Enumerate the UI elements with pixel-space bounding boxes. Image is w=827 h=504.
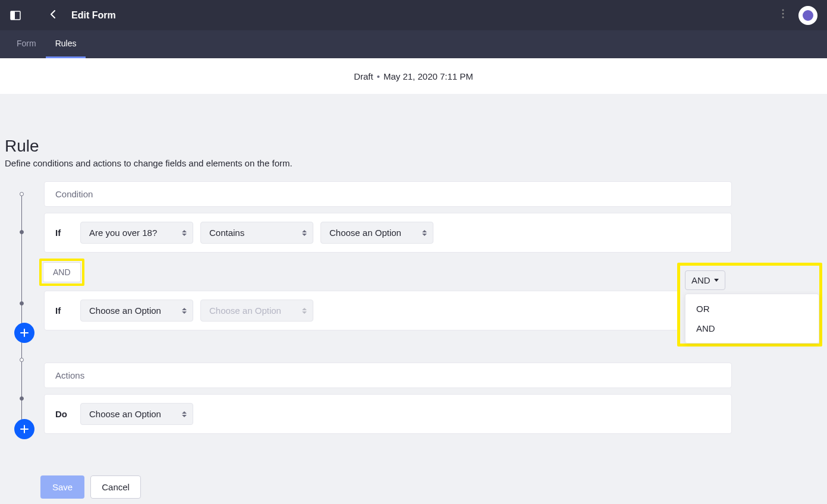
back-button[interactable] bbox=[45, 6, 62, 24]
joiner-dropdown-highlight: AND OR AND bbox=[677, 263, 822, 346]
timeline-dot bbox=[20, 358, 24, 362]
action1-type-value: Choose an Option bbox=[89, 409, 161, 419]
tabs-nav: Form Rules bbox=[0, 30, 827, 58]
tab-rules[interactable]: Rules bbox=[46, 30, 86, 58]
svg-point-5 bbox=[806, 12, 810, 15]
joiner-highlight: AND bbox=[39, 259, 84, 286]
actions-section-label: Actions bbox=[55, 370, 84, 380]
condition2-field-select[interactable]: Choose an Option bbox=[80, 300, 193, 322]
rule-heading: Rule bbox=[5, 137, 822, 156]
user-avatar[interactable] bbox=[798, 6, 817, 25]
sidebar-toggle-icon[interactable] bbox=[10, 10, 21, 21]
timeline-dot bbox=[20, 301, 24, 305]
more-options-button[interactable] bbox=[777, 7, 789, 24]
joiner-option-and[interactable]: AND bbox=[686, 319, 819, 338]
action1-type-select[interactable]: Choose an Option bbox=[80, 403, 193, 425]
joiner-option-or[interactable]: OR bbox=[686, 299, 819, 319]
save-button[interactable]: Save bbox=[40, 475, 84, 499]
svg-rect-1 bbox=[11, 11, 15, 20]
if-label: If bbox=[55, 305, 73, 316]
cancel-button[interactable]: Cancel bbox=[90, 475, 141, 499]
status-timestamp: May 21, 2020 7:11 PM bbox=[383, 71, 473, 81]
svg-point-3 bbox=[782, 13, 784, 15]
do-label: Do bbox=[55, 409, 73, 419]
sort-caret-icon bbox=[302, 230, 307, 236]
condition-joiner-label: AND bbox=[43, 262, 81, 282]
sort-caret-icon bbox=[182, 230, 187, 236]
sort-caret-icon bbox=[182, 411, 187, 417]
if-label: If bbox=[55, 228, 73, 238]
status-separator: • bbox=[377, 71, 380, 81]
condition1-value-select[interactable]: Choose an Option bbox=[320, 222, 433, 244]
timeline-dot bbox=[20, 192, 24, 196]
app-header: Edit Form bbox=[0, 0, 827, 30]
caret-down-icon bbox=[714, 279, 719, 282]
rule-subheading: Define conditions and actions to change … bbox=[5, 158, 822, 168]
condition1-field-value: Are you over 18? bbox=[89, 228, 157, 238]
condition2-field-value: Choose an Option bbox=[89, 305, 161, 316]
timeline-dot bbox=[20, 396, 24, 401]
condition1-value-value: Choose an Option bbox=[329, 228, 401, 238]
tab-form[interactable]: Form bbox=[7, 30, 46, 58]
condition-joiner-dropdown-button[interactable]: AND bbox=[685, 270, 725, 290]
page-title: Edit Form bbox=[71, 10, 116, 21]
svg-point-2 bbox=[782, 10, 784, 11]
add-action-button[interactable] bbox=[14, 419, 34, 439]
condition1-operator-select[interactable]: Contains bbox=[200, 222, 313, 244]
joiner-button-label: AND bbox=[691, 275, 710, 285]
condition1-field-select[interactable]: Are you over 18? bbox=[80, 222, 193, 244]
sort-caret-icon bbox=[182, 308, 187, 314]
svg-point-4 bbox=[782, 17, 784, 18]
sort-caret-icon bbox=[302, 308, 307, 314]
condition2-operator-value: Choose an Option bbox=[209, 305, 281, 316]
add-condition-button[interactable] bbox=[14, 323, 34, 343]
status-bar: Draft • May 21, 2020 7:11 PM bbox=[0, 58, 827, 94]
timeline bbox=[5, 181, 44, 440]
condition2-operator-select[interactable]: Choose an Option bbox=[200, 300, 313, 322]
status-draft: Draft bbox=[354, 71, 373, 81]
condition-section-label: Condition bbox=[55, 189, 93, 199]
sort-caret-icon bbox=[422, 230, 427, 236]
timeline-dot bbox=[20, 230, 24, 234]
condition1-operator-value: Contains bbox=[209, 228, 244, 238]
joiner-dropdown-menu: OR AND bbox=[685, 294, 819, 344]
